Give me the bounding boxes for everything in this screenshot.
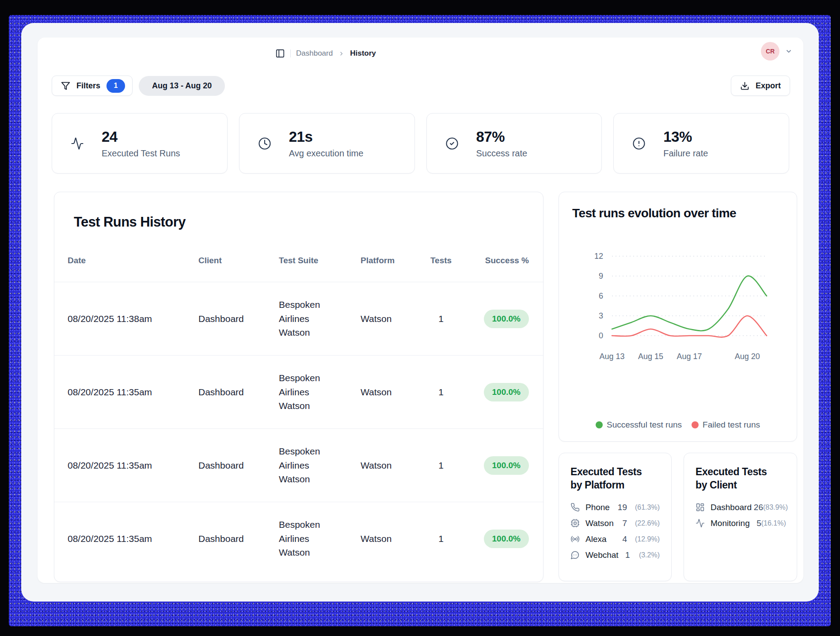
executed-tests-by-client-card: Executed Testsby Client Dashboard 26 (83… [684, 453, 797, 581]
circle-alert-icon [632, 137, 646, 150]
breadcrumb-link-dashboard[interactable]: Dashboard [296, 49, 333, 58]
cell-success: 100.0% [455, 456, 529, 475]
platform-item-webchat: Webchat 1 (3.2%) [570, 550, 660, 560]
legend-dot-green [596, 421, 603, 428]
success-badge: 100.0% [484, 530, 529, 548]
breadcrumb: Dashboard History [275, 45, 376, 62]
cell-tests: 1 [427, 387, 455, 398]
test-runs-history-card: Test Runs History Date Client Test Suite… [54, 192, 544, 582]
table-row[interactable]: 08/20/2025 11:35am Dashboard Bespoken Ai… [54, 356, 543, 429]
cell-date: 08/20/2025 11:35am [68, 460, 198, 471]
platform-card-title: Executed Testsby Platform [570, 466, 660, 492]
breadcrumb-divider [290, 49, 291, 57]
client-card-title: Executed Testsby Client [696, 466, 785, 492]
success-badge: 100.0% [484, 456, 529, 475]
svg-text:12: 12 [594, 252, 603, 261]
cell-test-suite: Bespoken Airlines Watson [279, 518, 361, 560]
cell-client: Dashboard [198, 387, 279, 398]
legend-label: Successful test runs [607, 420, 682, 430]
legend-label: Failed test runs [703, 420, 760, 430]
platform-value: 19 [616, 503, 627, 512]
success-badge: 100.0% [484, 310, 529, 328]
platform-value: 4 [616, 534, 627, 544]
cell-test-suite: Bespoken Airlines Watson [279, 444, 361, 486]
cell-test-suite: Bespoken Airlines Watson [279, 298, 361, 340]
cell-tests: 1 [427, 314, 455, 324]
toolbar: Filters 1 Aug 13 - Aug 20 Export [52, 76, 790, 96]
app-background: Dashboard History CR Filters [21, 23, 819, 602]
radio-icon [570, 534, 580, 544]
stat-card-executed: 24 Executed Test Runs [52, 113, 228, 174]
platform-item-alexa: Alexa 4 (12.9%) [570, 534, 660, 544]
stat-label: Failure rate [663, 148, 708, 159]
cell-date: 08/20/2025 11:35am [68, 387, 198, 398]
filters-count-badge: 1 [106, 79, 125, 93]
date-range-button[interactable]: Aug 13 - Aug 20 [139, 76, 225, 96]
stat-card-failure-rate: 13% Failure rate [613, 113, 789, 174]
executed-tests-by-platform-card: Executed Testsby Platform Phone 19 (61.3… [559, 453, 672, 581]
cell-success: 100.0% [455, 530, 529, 548]
svg-text:Aug 15: Aug 15 [638, 352, 663, 361]
clock-icon [258, 137, 271, 150]
export-button[interactable]: Export [731, 76, 790, 96]
platform-value: 7 [616, 519, 627, 528]
platform-percentage: (3.2%) [630, 551, 660, 559]
column-header-test-suite: Test Suite [279, 256, 361, 265]
chart-title: Test runs evolution over time [572, 206, 783, 220]
phone-icon [570, 503, 580, 512]
svg-text:3: 3 [599, 311, 603, 320]
screen: Dashboard History CR Filters [0, 0, 840, 636]
svg-text:9: 9 [599, 272, 603, 280]
client-item-monitoring: Monitoring 5 (16.1%) [696, 519, 785, 528]
stat-label: Executed Test Runs [102, 148, 180, 159]
cell-tests: 1 [427, 534, 455, 544]
column-header-client: Client [198, 256, 279, 265]
account-menu[interactable]: CR [761, 42, 793, 61]
dashboard-grid-icon [696, 503, 705, 512]
stat-value: 13% [663, 129, 708, 145]
table-row[interactable]: 08/20/2025 11:38am Dashboard Bespoken Ai… [54, 282, 543, 356]
chart-legend: Successful test runs Failed test runs [559, 420, 797, 430]
cell-success: 100.0% [455, 310, 529, 328]
stat-label: Avg execution time [289, 148, 364, 159]
cell-client: Dashboard [198, 314, 279, 324]
column-header-date: Date [68, 256, 198, 265]
client-item-dashboard: Dashboard 26 (83.9%) [696, 503, 785, 512]
platform-percentage: (12.9%) [627, 535, 660, 543]
circle-check-icon [445, 137, 459, 150]
test-suite-text: Bespoken Airlines Watson [279, 518, 325, 560]
avatar[interactable]: CR [761, 42, 779, 61]
export-label: Export [756, 81, 781, 91]
test-suite-text: Bespoken Airlines Watson [279, 444, 325, 486]
svg-text:Aug 20: Aug 20 [735, 352, 760, 361]
sidebar-toggle-icon[interactable] [275, 49, 285, 58]
table-header-row: Date Client Test Suite Platform Tests Su… [54, 239, 543, 282]
cell-client: Dashboard [198, 460, 279, 471]
test-suite-text: Bespoken Airlines Watson [279, 298, 325, 340]
filters-label: Filters [76, 81, 100, 91]
download-icon [740, 81, 749, 91]
cell-client: Dashboard [198, 534, 279, 544]
stat-value: 24 [102, 129, 180, 145]
breadcrumb-current: History [350, 49, 376, 58]
platform-item-watson: Watson 7 (22.6%) [570, 519, 660, 528]
client-label: Dashboard [711, 503, 752, 512]
stat-value: 21s [289, 129, 364, 145]
stat-card-avg-time: 21s Avg execution time [239, 113, 415, 174]
svg-text:6: 6 [599, 292, 603, 300]
filters-button[interactable]: Filters 1 [52, 76, 133, 96]
client-value: 5 [750, 519, 761, 528]
evolution-chart-card: Test runs evolution over time 036912Aug … [559, 192, 797, 442]
cell-date: 08/20/2025 11:35am [68, 534, 198, 544]
platform-percentage: (22.6%) [627, 519, 660, 527]
table-row[interactable]: 08/20/2025 11:35am Dashboard Bespoken Ai… [54, 429, 543, 502]
svg-text:Aug 13: Aug 13 [599, 352, 624, 361]
client-value: 26 [752, 503, 763, 512]
app-panel: Dashboard History CR Filters [38, 38, 803, 583]
client-label: Monitoring [711, 519, 750, 528]
cell-platform: Watson [361, 534, 427, 544]
table-row[interactable]: 08/20/2025 11:35am Dashboard Bespoken Ai… [54, 502, 543, 575]
svg-text:Aug 17: Aug 17 [677, 352, 702, 361]
platform-label: Watson [585, 519, 616, 528]
chip-icon [570, 519, 580, 528]
